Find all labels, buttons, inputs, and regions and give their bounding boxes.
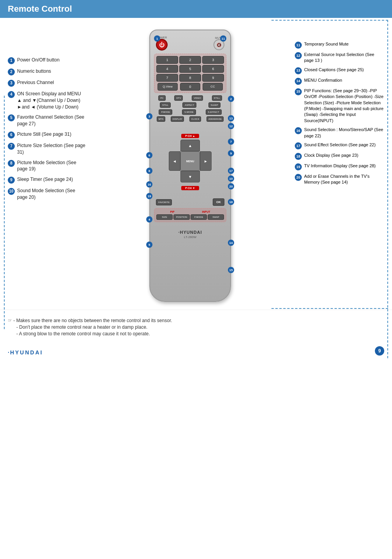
annotation-text-19: TV Information Display (See page 28) — [304, 163, 376, 169]
annotation-text-12: External Source Input Selection (See pag… — [304, 52, 384, 64]
annotation-5: 5 Favorite Channel Selection (See page 2… — [8, 114, 86, 127]
pip-pmode-button[interactable]: P.MODE — [191, 214, 207, 220]
footer-bar: ·HYUNDAI 9 — [0, 345, 392, 363]
display-button[interactable]: DISPLAY — [171, 116, 184, 122]
annotation-6: 6 Picture Still (See page 31) — [8, 131, 86, 138]
rc-badge-17: 17 — [228, 168, 234, 174]
annotation-20: 20 Add or Erase Channels in the TV's Mem… — [295, 173, 384, 186]
num-btn-6[interactable]: 6 — [202, 65, 224, 73]
annotation-text-15: PIP Functions: (See page 29~30) -PIP On/… — [304, 88, 384, 124]
annotation-text-16: Sound Selection : Mono/Stereo/SAP (See p… — [304, 127, 384, 139]
annotation-4: 4 ON Screen Display and MENU ▲ and ▼(Cha… — [8, 91, 86, 110]
mts-button[interactable]: MTS — [157, 116, 166, 122]
num-btn-9[interactable]: 9 — [202, 74, 224, 82]
pch-up-button[interactable]: P·CH ▲ — [181, 134, 199, 138]
num-btn-2[interactable]: 2 — [179, 56, 201, 64]
nav-up-button[interactable]: ▲ — [180, 140, 200, 151]
pip-section: PIP INPUT SIZE POSITION P.MODE SWAP — [154, 208, 226, 222]
mts-row: MTS DISPLAY CLOCK ADD/ERASE — [154, 116, 226, 122]
remote-body: POWER MUTE 🔇 1 2 3 — [149, 30, 231, 302]
add-erase-button[interactable]: ADD/ERASE — [206, 116, 224, 122]
annotation-num-19: 19 — [295, 163, 302, 170]
mode-row: P.MODE S.MODE S.EFFECT — [154, 109, 226, 115]
ok-button[interactable]: OK — [213, 198, 224, 206]
annotation-num-16: 16 — [295, 127, 302, 134]
rc-badge-12: 12 — [228, 123, 234, 129]
num-btn-7[interactable]: 7 — [156, 74, 178, 82]
num-btn-8[interactable]: 8 — [179, 74, 201, 82]
position-button[interactable]: POSITION — [173, 214, 190, 220]
annotation-num-18: 18 — [295, 153, 302, 160]
pmode-button[interactable]: P.MODE — [159, 109, 172, 115]
rc-badge-1: 1 — [154, 35, 160, 42]
annotation-num-5: 5 — [8, 114, 15, 121]
remote-wrapper: 1 11 2 12 7 9 13 3 6 8 16 — [149, 30, 231, 302]
finger-icon: ☞ — [8, 318, 12, 323]
source-row: PC DTV VIDEO STILL — [154, 95, 226, 101]
aspect-button[interactable]: ASPECT — [182, 102, 196, 108]
footer-brand-logo: ·HYUNDAI — [8, 349, 43, 356]
num-btn-0[interactable]: 0 — [180, 83, 200, 91]
rc-badge-2: 2 — [228, 96, 234, 102]
num-btn-1[interactable]: 1 — [156, 56, 178, 64]
num-btn-5[interactable]: 5 — [179, 65, 201, 73]
rc-badge-4: 4 — [146, 216, 152, 223]
fav-ok-row: FAVORITE OK — [154, 198, 226, 206]
pc-button[interactable]: PC — [158, 95, 165, 101]
annotation-text-13: Closed Captions (See page 25) — [304, 67, 364, 73]
brand-logo: ·HYUNDAI — [154, 230, 226, 235]
nav-right-button[interactable]: ► — [200, 151, 212, 171]
numeric-section: 1 2 3 4 5 6 7 8 9 Q.View 0 — [154, 54, 226, 93]
swap-button[interactable]: SWAP — [208, 214, 224, 220]
num-btn-3[interactable]: 3 — [202, 56, 224, 64]
rc-badge-16: 16 — [146, 181, 152, 188]
rc-badge-9: 9 — [228, 150, 234, 156]
annotation-num-9: 9 — [8, 177, 15, 184]
still-button[interactable]: STILL — [212, 95, 222, 101]
annotation-text-18: Clock Display (See page 23) — [304, 152, 358, 158]
still2-button[interactable]: STILL — [160, 102, 171, 108]
number-grid: 1 2 3 4 5 6 7 8 9 — [156, 56, 224, 82]
input-label: INPUT — [202, 210, 210, 213]
cc-button[interactable]: CC — [203, 83, 223, 91]
annotation-num-12: 12 — [295, 52, 302, 59]
sleep-button[interactable]: SLEEP — [208, 102, 220, 108]
nav-down-button[interactable]: ▼ — [180, 171, 200, 182]
annotation-18: 18 Clock Display (See page 23) — [295, 152, 384, 160]
clock-button[interactable]: CLOCK — [189, 116, 201, 122]
pch-down-section: P·CH ▼ — [167, 184, 214, 191]
annotation-text-17: Sound Effect Selection (See page 22) — [304, 142, 376, 148]
annotation-text-7: Picture Size Selection (See page 31) — [17, 142, 86, 156]
rc-badge-7: 7 — [228, 138, 234, 145]
annotation-text-10: Sound Mode Selection (See page 20) — [17, 188, 86, 201]
annotation-text-14: MENU Confirmation — [304, 77, 342, 83]
rc-badge-6: 6 — [146, 152, 152, 158]
video-button[interactable]: VIDEO — [192, 95, 203, 101]
remote-container: 1 11 2 12 7 9 13 3 6 8 16 — [89, 26, 291, 302]
annotation-num-4: 4 — [8, 91, 15, 98]
dtv-button[interactable]: DTV — [174, 95, 183, 101]
annotation-num-15: 15 — [295, 88, 302, 95]
annotation-text-1: Power On/Off button — [17, 57, 60, 63]
right-annotations: 11 Temporary Sound Mute 12 External Sour… — [295, 26, 384, 302]
annotation-text-4: ON Screen Display and MENU ▲ and ▼(Chann… — [17, 91, 86, 110]
footer-notes: ☞ - Makes sure there are no objects betw… — [0, 310, 392, 345]
left-annotations: 1 Power On/Off button 2 Numeric buttons … — [8, 26, 86, 302]
page-number: 9 — [375, 346, 384, 356]
seffect-button[interactable]: S.EFFECT — [206, 109, 222, 115]
menu-button[interactable]: MENU — [180, 151, 200, 171]
qview-button[interactable]: Q.View — [158, 83, 178, 91]
favorite-button[interactable]: FAVORITE — [156, 199, 172, 205]
annotation-num-20: 20 — [295, 174, 302, 181]
smode-button[interactable]: S.MODE — [182, 109, 196, 115]
num-btn-4[interactable]: 4 — [156, 65, 178, 73]
nav-left-button[interactable]: ◄ — [169, 151, 180, 171]
annotation-text-20: Add or Erase Channels in the TV's Memory… — [304, 173, 384, 186]
pch-down-button[interactable]: P·CH ▼ — [181, 186, 199, 190]
rc-badge-20: 20 — [228, 183, 234, 189]
annotation-12: 12 External Source Input Selection (See … — [295, 52, 384, 64]
size-button[interactable]: SIZE — [156, 214, 173, 220]
annotation-text-11: Temporary Sound Mute — [304, 41, 348, 47]
annotation-text-5: Favorite Channel Selection (See page 27) — [17, 114, 86, 127]
annotation-1: 1 Power On/Off button — [8, 57, 86, 64]
